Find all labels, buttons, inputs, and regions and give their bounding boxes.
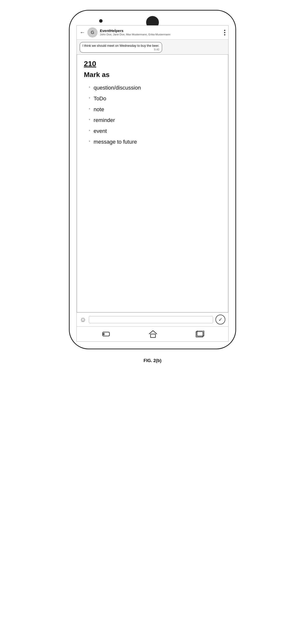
header-info: EventHelpers John Doe, Jane Doe, Max Mus… <box>100 28 222 36</box>
option-todo[interactable]: ° ToDo <box>89 96 221 102</box>
bullet-icon: ° <box>89 129 90 133</box>
avatar: G <box>88 28 98 38</box>
figure-caption: FIG. 2(b) <box>144 358 162 363</box>
option-label: ToDo <box>94 96 106 102</box>
option-question-discussion[interactable]: ° question/discussion <box>89 84 221 91</box>
menu-dot-2 <box>224 32 225 33</box>
back-button[interactable]: ← <box>80 29 85 36</box>
mark-as-popup: 210 Mark as ° question/discussion ° ToDo… <box>77 54 228 312</box>
option-label: event <box>94 128 107 134</box>
emoji-button[interactable]: ☺ <box>80 316 86 324</box>
message-time: 9:40 <box>82 48 160 51</box>
phone-frame: ← G EventHelpers John Doe, Jane Doe, Max… <box>69 10 236 349</box>
bullet-icon: ° <box>89 108 90 112</box>
chat-subtitle: John Doe, Jane Doe, Max Mustermann, Erik… <box>100 33 222 36</box>
recent-icon <box>196 330 204 338</box>
popup-reference-number: 210 <box>84 60 221 68</box>
option-event[interactable]: ° event <box>89 128 221 134</box>
menu-icon[interactable] <box>224 30 225 36</box>
option-label: reminder <box>94 117 115 124</box>
popup-title: Mark as <box>84 71 221 79</box>
chat-messages: I think we should meet on Wednesday to b… <box>77 40 228 312</box>
bullet-icon: ° <box>89 118 90 122</box>
send-button[interactable]: ✓ <box>216 314 225 324</box>
option-label: note <box>94 106 104 113</box>
bullet-icon: ° <box>89 97 90 100</box>
chat-header: ← G EventHelpers John Doe, Jane Doe, Max… <box>77 26 228 40</box>
message-input[interactable] <box>89 316 213 323</box>
popup-options: ° question/discussion ° ToDo ° note ° re… <box>84 84 221 145</box>
message-row: I think we should meet on Wednesday to b… <box>80 42 225 53</box>
phone-speaker <box>99 19 102 23</box>
back-icon <box>100 331 110 337</box>
svg-rect-1 <box>150 334 156 338</box>
menu-dot-1 <box>224 30 225 31</box>
option-label: question/discussion <box>94 84 141 91</box>
bullet-icon: ° <box>89 86 90 90</box>
menu-dot-3 <box>224 34 225 36</box>
bullet-icon: ° <box>89 140 90 144</box>
message-bubble: I think we should meet on Wednesday to b… <box>80 42 162 53</box>
nav-home-button[interactable] <box>148 330 158 338</box>
option-note[interactable]: ° note <box>89 106 221 113</box>
nav-recent-button[interactable] <box>196 330 204 338</box>
chat-toolbar: ☺ ✓ <box>77 312 228 326</box>
message-text: I think we should meet on Wednesday to b… <box>82 44 160 48</box>
option-message-to-future[interactable]: ° message to future <box>89 139 221 145</box>
screen: ← G EventHelpers John Doe, Jane Doe, Max… <box>76 25 228 342</box>
option-reminder[interactable]: ° reminder <box>89 117 221 124</box>
home-icon <box>148 330 158 338</box>
navigation-bar <box>77 326 228 342</box>
option-label: message to future <box>94 139 137 145</box>
chat-title: EventHelpers <box>100 28 222 33</box>
nav-back-button[interactable] <box>100 331 110 337</box>
